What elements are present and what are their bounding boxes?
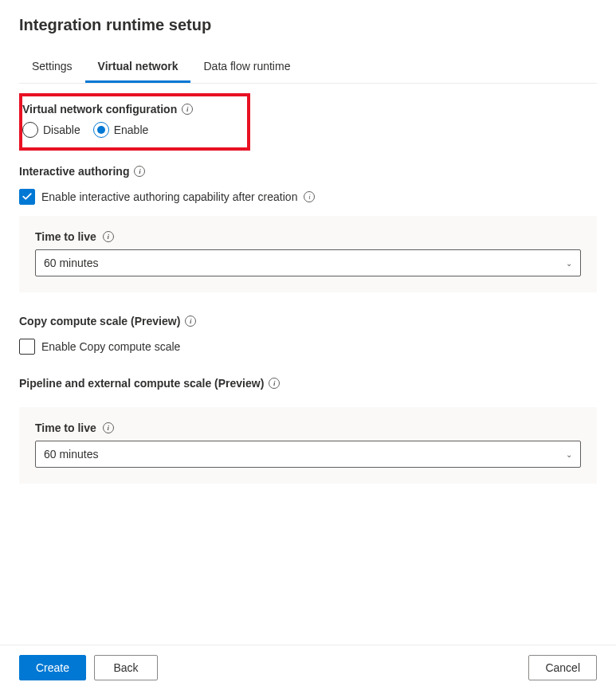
radio-enable[interactable]: Enable [93, 122, 149, 138]
radio-enable-label: Enable [114, 123, 149, 136]
copy-compute-checkbox-row: Enable Copy compute scale [19, 339, 597, 355]
interactive-checkbox-label: Enable interactive authoring capability … [41, 190, 297, 203]
radio-enable-circle [93, 122, 109, 138]
pipeline-compute-label: Pipeline and external compute scale (Pre… [19, 377, 280, 390]
info-icon[interactable]: i [185, 316, 196, 327]
copy-compute-text: Copy compute scale (Preview) [19, 315, 180, 327]
pipeline-compute-section: Pipeline and external compute scale (Pre… [19, 377, 597, 484]
cancel-button[interactable]: Cancel [528, 655, 597, 680]
pipeline-ttl-select[interactable]: 60 minutes ⌄ [35, 441, 581, 468]
vnet-config-text: Virtual network configuration [22, 103, 177, 116]
interactive-ttl-text: Time to live [35, 230, 96, 243]
tab-settings[interactable]: Settings [19, 53, 85, 83]
copy-compute-checkbox[interactable] [19, 339, 35, 355]
pipeline-compute-text: Pipeline and external compute scale (Pre… [19, 377, 264, 390]
interactive-ttl-value: 60 minutes [44, 257, 98, 269]
interactive-ttl-select[interactable]: 60 minutes ⌄ [35, 249, 581, 276]
interactive-authoring-label: Interactive authoring i [19, 165, 145, 178]
create-button[interactable]: Create [19, 655, 86, 680]
interactive-ttl-panel: Time to live i 60 minutes ⌄ [19, 216, 597, 292]
info-icon[interactable]: i [103, 422, 114, 433]
copy-compute-checkbox-label: Enable Copy compute scale [41, 340, 180, 353]
interactive-authoring-text: Interactive authoring [19, 165, 129, 178]
radio-disable-label: Disable [43, 123, 80, 136]
pipeline-ttl-panel: Time to live i 60 minutes ⌄ [19, 407, 597, 484]
chevron-down-icon: ⌄ [566, 450, 572, 459]
vnet-radio-group: Disable Enable [22, 122, 237, 138]
tabs-container: Settings Virtual network Data flow runti… [19, 53, 597, 84]
info-icon[interactable]: i [134, 166, 145, 177]
pipeline-ttl-value: 60 minutes [44, 448, 98, 461]
pipeline-ttl-label: Time to live i [35, 421, 114, 434]
checkmark-icon [22, 191, 33, 202]
back-button[interactable]: Back [94, 655, 158, 680]
copy-compute-label: Copy compute scale (Preview) i [19, 315, 196, 327]
radio-disable-circle [22, 122, 38, 138]
info-icon[interactable]: i [269, 378, 280, 389]
tab-virtual-network[interactable]: Virtual network [85, 53, 191, 83]
info-icon[interactable]: i [182, 104, 193, 115]
interactive-checkbox[interactable] [19, 189, 35, 205]
interactive-checkbox-row: Enable interactive authoring capability … [19, 189, 597, 205]
copy-compute-section: Copy compute scale (Preview) i Enable Co… [19, 315, 597, 355]
info-icon[interactable]: i [103, 231, 114, 242]
vnet-config-label: Virtual network configuration i [22, 103, 193, 116]
vnet-config-highlight: Virtual network configuration i Disable … [19, 93, 250, 151]
pipeline-ttl-text: Time to live [35, 421, 96, 434]
radio-disable[interactable]: Disable [22, 122, 80, 138]
chevron-down-icon: ⌄ [566, 259, 572, 268]
page-title: Integration runtime setup [19, 16, 597, 34]
interactive-authoring-section: Interactive authoring i Enable interacti… [19, 165, 597, 292]
info-icon[interactable]: i [304, 191, 315, 202]
interactive-ttl-label: Time to live i [35, 230, 114, 243]
tab-data-flow-runtime[interactable]: Data flow runtime [190, 53, 303, 83]
footer: Create Back Cancel [0, 645, 616, 690]
